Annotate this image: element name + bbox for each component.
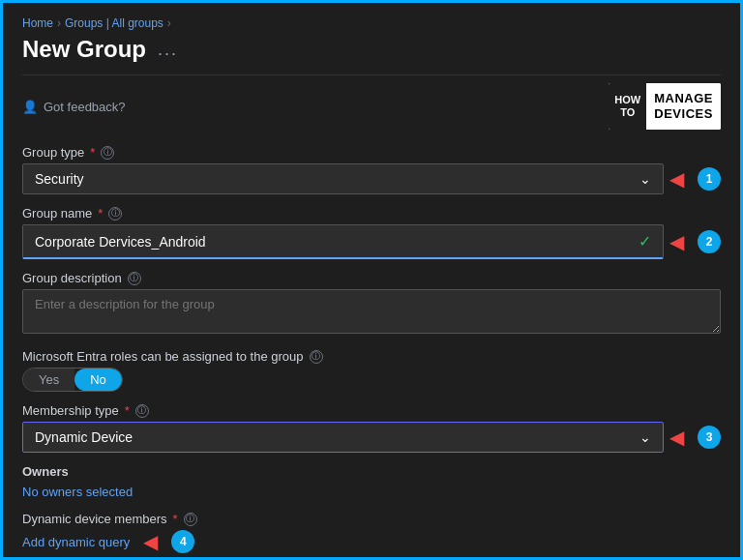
owners-label: Owners bbox=[22, 464, 721, 479]
group-description-input[interactable] bbox=[22, 289, 721, 334]
breadcrumb: Home › Groups | All groups › bbox=[22, 16, 721, 30]
membership-type-info-icon[interactable]: ⓘ bbox=[135, 404, 149, 418]
membership-type-label: Membership type * ⓘ bbox=[22, 403, 721, 418]
feedback-label: Got feedback? bbox=[44, 100, 126, 114]
group-name-input[interactable]: Corporate Dervices_Android ✓ bbox=[22, 224, 664, 259]
group-type-label: Group type * ⓘ bbox=[22, 145, 721, 160]
dynamic-members-section: Dynamic device members * ⓘ Add dynamic q… bbox=[22, 512, 721, 553]
group-type-field: Group type * ⓘ Security ⌄ ◀ 1 bbox=[22, 145, 721, 194]
logo: HOW TO MANAGE DEVICES bbox=[609, 83, 721, 130]
add-dynamic-query-link[interactable]: Add dynamic query bbox=[22, 535, 130, 549]
entra-roles-toggle: Yes No bbox=[22, 368, 123, 392]
chevron-down-icon: ⌄ bbox=[639, 171, 651, 187]
annotation-1: 1 bbox=[698, 167, 721, 191]
membership-type-select[interactable]: Dynamic Device ⌄ bbox=[22, 422, 664, 453]
page-wrapper: Home › Groups | All groups › New Group .… bbox=[3, 3, 740, 557]
membership-chevron-icon: ⌄ bbox=[639, 429, 651, 445]
group-name-info-icon[interactable]: ⓘ bbox=[108, 207, 122, 221]
group-description-info-icon[interactable]: ⓘ bbox=[128, 272, 141, 285]
entra-roles-yes-button[interactable]: Yes bbox=[23, 368, 74, 391]
entra-roles-info-icon[interactable]: ⓘ bbox=[310, 350, 323, 364]
group-type-value: Security bbox=[35, 171, 84, 187]
more-options-button[interactable]: ... bbox=[158, 40, 178, 60]
group-name-field: Group name * ⓘ Corporate Dervices_Androi… bbox=[22, 206, 721, 259]
no-owners-link[interactable]: No owners selected bbox=[22, 485, 133, 499]
logo-howto: HOW TO bbox=[609, 83, 646, 130]
arrow-icon-2: ◀ bbox=[669, 230, 684, 253]
header-divider bbox=[22, 74, 721, 75]
annotation-4: 4 bbox=[171, 530, 194, 553]
dynamic-members-info-icon[interactable]: ⓘ bbox=[184, 513, 197, 526]
entra-roles-no-button[interactable]: No bbox=[74, 368, 122, 391]
entra-roles-field: Microsoft Entra roles can be assigned to… bbox=[22, 349, 721, 392]
person-icon: 👤 bbox=[22, 100, 38, 114]
group-type-select[interactable]: Security ⌄ bbox=[22, 163, 664, 194]
feedback-row: 👤 Got feedback? HOW TO MANAGE DEVICES bbox=[22, 83, 721, 130]
dynamic-members-label: Dynamic device members * ⓘ bbox=[22, 512, 721, 526]
entra-roles-label: Microsoft Entra roles can be assigned to… bbox=[22, 349, 721, 364]
group-name-label: Group name * ⓘ bbox=[22, 206, 721, 221]
arrow-icon-1: ◀ bbox=[669, 167, 684, 191]
membership-type-value: Dynamic Device bbox=[35, 429, 133, 445]
group-description-field: Group description ⓘ bbox=[22, 271, 721, 338]
arrow-icon-4: ◀ bbox=[143, 530, 158, 553]
feedback-link[interactable]: 👤 Got feedback? bbox=[22, 100, 126, 114]
membership-type-field: Membership type * ⓘ Dynamic Device ⌄ ◀ 3 bbox=[22, 403, 721, 453]
page-title: New Group bbox=[22, 36, 146, 63]
checkmark-icon: ✓ bbox=[639, 232, 651, 251]
breadcrumb-all-groups[interactable]: Groups | All groups bbox=[65, 16, 163, 30]
logo-manage: MANAGE DEVICES bbox=[646, 83, 721, 130]
annotation-3: 3 bbox=[698, 426, 721, 449]
group-type-info-icon[interactable]: ⓘ bbox=[101, 146, 114, 160]
group-name-value: Corporate Dervices_Android bbox=[35, 234, 206, 250]
breadcrumb-home[interactable]: Home bbox=[22, 16, 53, 30]
owners-section: Owners No owners selected bbox=[22, 464, 721, 500]
page-header: New Group ... bbox=[22, 36, 721, 63]
group-description-label: Group description ⓘ bbox=[22, 271, 721, 285]
annotation-2: 2 bbox=[698, 230, 721, 253]
arrow-icon-3: ◀ bbox=[669, 426, 684, 449]
